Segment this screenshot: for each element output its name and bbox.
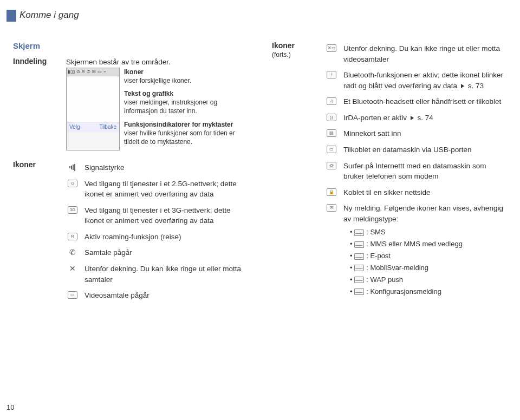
g25-icon: G: [66, 179, 79, 188]
memcard-icon: ▤: [325, 128, 338, 138]
softkey-right: Tilbake: [99, 123, 116, 132]
ref-arrow-icon: [461, 84, 464, 88]
icon-text: Ny melding. Følgende ikoner kan vises, a…: [343, 203, 505, 298]
mms-icon: [354, 241, 364, 248]
signal-icon: [66, 162, 79, 172]
msg-type: : E-post: [343, 251, 505, 261]
softkey-left: Velg: [69, 123, 80, 132]
page-ref: s. 74: [418, 114, 433, 122]
icon-text: Utenfor dekning. Du kan ikke ringe ut el…: [84, 264, 251, 285]
left-icon-list: Signalstyrke G Ved tilgang til tjenester…: [66, 162, 251, 301]
icon-text: Surfer på Internettt med en datamaskin s…: [343, 161, 505, 182]
chapter-title: Komme i gang: [20, 10, 79, 21]
right-label: Ikoner: [272, 41, 295, 50]
callout-func-body: viser hvilke funksjoner som for tiden er…: [124, 129, 235, 146]
voicemail-icon: [354, 265, 364, 271]
callout-text-body: viser meldinger, instruksjoner og inform…: [124, 99, 217, 115]
icon-text: Utenfor dekning. Du kan ikke ringe ut el…: [343, 43, 505, 64]
icon-text: Videosamtale pågår: [84, 290, 251, 301]
bt-headset-icon: ♫: [325, 96, 338, 106]
call-icon: ✆: [66, 247, 79, 257]
msg-type: : SMS: [343, 227, 505, 238]
irda-icon: )): [325, 113, 338, 122]
no-service-icon: ✕: [66, 264, 79, 273]
bluetooth-icon: ᚼ: [325, 70, 338, 80]
icon-text: Et Bluetooth-headsett eller håndfrisett …: [343, 96, 505, 107]
callout-icons-head: Ikoner: [124, 68, 144, 76]
message-type-list: : SMS : MMS eller MMS med vedlegg : E-po…: [343, 227, 505, 297]
right-icon-list: ✕▭ Utenfor dekning. Du kan ikke ringe ut…: [325, 43, 505, 298]
callout-func-head: Funksjonsindikatorer for myktaster: [124, 121, 233, 128]
chapter-accent: [6, 10, 16, 22]
sms-icon: [354, 229, 364, 236]
phone-callouts: Ikoner viser forskjellige ikoner. Tekst …: [124, 68, 251, 151]
msg-type: : WAP push: [343, 275, 505, 285]
right-sublabel: (forts.): [272, 51, 291, 58]
phone-illustration: ▮▯▯ G R ✆ ✉ ▭ ⌁ Velg Tilbake: [66, 68, 120, 151]
icon-text: Bluetooth-funksjonen er aktiv; dette iko…: [343, 70, 505, 91]
icon-text: Koblet til en sikker nettside: [343, 187, 505, 198]
usb-icon: ▭: [325, 145, 338, 154]
msg-type: : MMS eller MMS med vedlegg: [343, 239, 505, 250]
msg-type: : MobilSvar-melding: [343, 263, 505, 273]
icon-text: Minnekort satt inn: [343, 128, 505, 139]
email-icon: [354, 253, 364, 260]
icon-text: Aktiv roaming-funksjon (reise): [84, 232, 251, 242]
new-message-icon: ✉: [325, 203, 338, 213]
icon-text: Ved tilgang til tjenester i et 2.5G-nett…: [84, 179, 251, 200]
page-number: 10: [6, 403, 14, 411]
layout-label: Inndeling: [13, 57, 56, 157]
internet-icon: @: [325, 161, 338, 170]
section-title: Skjerm: [13, 41, 251, 50]
g3-icon: 3G: [66, 205, 79, 215]
icons-label: Ikoner: [13, 160, 56, 306]
icon-text: Samtale pågår: [84, 247, 251, 258]
layout-intro: Skjermen består av tre områder.: [66, 57, 251, 68]
callout-text-head: Tekst og grafikk: [124, 90, 173, 97]
config-msg-icon: [354, 288, 364, 295]
roaming-icon: R: [66, 232, 79, 241]
icon-text: IrDA-porten er aktiv s. 74: [343, 113, 505, 123]
videocall-icon: ▭: [66, 290, 79, 300]
msg-type: : Konfigurasjonsmelding: [343, 287, 505, 297]
page-ref: s. 73: [468, 82, 484, 90]
wap-push-icon: [354, 277, 364, 283]
secure-icon: 🔒: [325, 187, 338, 197]
phone-icon-bar: ▮▯▯ G R ✆ ✉ ▭ ⌁: [67, 68, 119, 76]
icon-text: Tilkoblet en datamaskin via USB-porten: [343, 145, 505, 155]
phone-text-area: [67, 76, 119, 122]
callout-icons-body: viser forskjellige ikoner.: [124, 77, 191, 84]
no-video-icon: ✕▭: [325, 43, 338, 53]
ref-arrow-icon: [411, 116, 414, 120]
icon-text: Ved tilgang til tjenester i et 3G-nettve…: [84, 205, 251, 226]
icon-text: Signalstyrke: [84, 162, 251, 173]
